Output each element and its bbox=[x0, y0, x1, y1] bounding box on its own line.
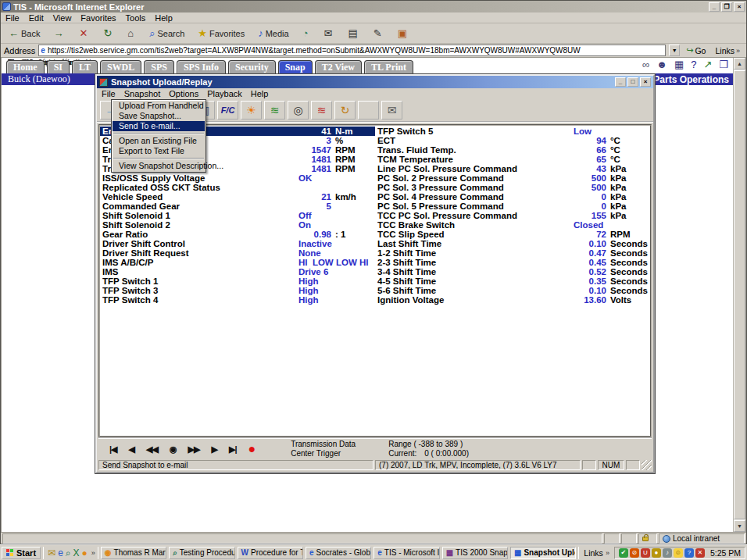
snapshot-menu-item[interactable]: Help bbox=[251, 89, 269, 98]
record-button[interactable]: ● bbox=[248, 444, 255, 454]
browser-menu-item[interactable]: Favorites bbox=[80, 13, 116, 23]
data-row[interactable]: Ignition Voltage 13.60 Volts bbox=[375, 295, 650, 305]
dropdown-menu-item[interactable] bbox=[113, 158, 204, 159]
tray-block-icon[interactable]: ⊘ bbox=[630, 548, 639, 558]
tis-tab[interactable]: SPS bbox=[144, 60, 174, 73]
data-row[interactable]: Replicated OSS CKT Status bbox=[100, 183, 375, 192]
help-icon[interactable]: ? bbox=[691, 59, 696, 70]
sun-icon[interactable]: ☀ bbox=[241, 101, 262, 119]
go-start-button[interactable]: |◀ bbox=[109, 444, 117, 455]
data-row[interactable]: TFP Switch 4 High bbox=[100, 295, 375, 305]
replay-icon[interactable]: ↻ bbox=[334, 101, 356, 119]
data-row[interactable]: TFP Switch 5 Low bbox=[375, 127, 650, 136]
print-button[interactable]: ▤ bbox=[343, 27, 366, 40]
tray-key-icon[interactable]: ● bbox=[652, 548, 661, 558]
tray-x-icon[interactable]: ✕ bbox=[695, 548, 705, 558]
minimize-button[interactable]: _ bbox=[709, 2, 720, 12]
home-button[interactable]: ⌂ bbox=[123, 27, 143, 40]
data-row[interactable]: IMS Drive 6 bbox=[100, 267, 375, 276]
tis-tab[interactable]: Home bbox=[6, 60, 45, 73]
task-button[interactable]: ◉ Thomas R Martin - Inbox... bbox=[101, 547, 166, 559]
data-row[interactable]: Vehicle Speed 21 km/h bbox=[100, 192, 375, 202]
task-button[interactable]: ⌕ Testing Procedures bbox=[169, 547, 234, 559]
quick-launch-overflow-icon[interactable]: » bbox=[91, 549, 95, 557]
tis-tab[interactable]: Security bbox=[228, 60, 276, 73]
dropdown-menu-item[interactable]: Upload From Handheld bbox=[113, 101, 205, 111]
snapshot-menu-item[interactable]: Options bbox=[169, 89, 198, 98]
search-shortcut-icon[interactable]: ⌕ bbox=[66, 548, 71, 558]
glasses-icon[interactable]: ∞ bbox=[642, 59, 649, 70]
task-button[interactable]: ▦ TIS 2000 Snapshot Uplo... bbox=[442, 547, 508, 559]
tray-audio-icon[interactable]: ♪ bbox=[663, 548, 672, 558]
data-row[interactable]: Commanded Gear 5 bbox=[100, 202, 375, 211]
fast-forward-button[interactable]: ▶▶ bbox=[188, 444, 200, 455]
restore-button[interactable]: ❐ bbox=[721, 2, 732, 12]
data-row[interactable]: ISS/OSS Supply Voltage OK bbox=[100, 173, 375, 183]
data-row[interactable]: Driver Shift Request None bbox=[100, 248, 375, 258]
excel-shortcut-icon[interactable]: X bbox=[73, 548, 80, 558]
browser-menu-item[interactable]: File bbox=[5, 13, 20, 23]
data-row[interactable]: TFP Switch 1 High bbox=[100, 276, 375, 286]
browser-title-bar[interactable]: TIS - Microsoft Internet Explorer _ ❐ × bbox=[1, 1, 746, 12]
mail-button[interactable]: ✉ bbox=[320, 27, 342, 40]
media-button[interactable]: ♪ Media bbox=[253, 27, 295, 40]
data-row[interactable]: 3-4 Shift Time 0.52 Seconds bbox=[375, 267, 650, 276]
tray-smiley-icon[interactable]: ☺ bbox=[674, 548, 683, 558]
dropdown-menu-item[interactable] bbox=[113, 133, 204, 134]
start-button[interactable]: Start bbox=[2, 547, 41, 559]
favorites-button[interactable]: ★ Favorites bbox=[193, 27, 252, 40]
data-row[interactable]: Trans. Fluid Temp. 66 °C bbox=[375, 145, 650, 155]
data-row[interactable]: 1-2 Shift Time 0.47 Seconds bbox=[375, 248, 650, 258]
browser-menu-item[interactable]: Tools bbox=[126, 13, 146, 23]
data-row[interactable]: PC Sol. 5 Pressure Command 0 kPa bbox=[375, 202, 650, 211]
notes-shortcut-icon[interactable]: ● bbox=[82, 548, 88, 558]
task-button[interactable]: W Procedure for Taking Sn... bbox=[238, 547, 303, 559]
dropdown-menu-item[interactable]: Send To e-mail... bbox=[113, 121, 205, 131]
data-row[interactable]: Driver Shift Control Inactive bbox=[100, 239, 375, 248]
snapshot-menu-item[interactable]: Snapshot bbox=[124, 89, 160, 98]
scroll-thumb[interactable] bbox=[734, 70, 745, 519]
go-button[interactable]: ↪ Go bbox=[683, 45, 709, 55]
data-row[interactable]: 2-3 Shift Time 0.45 Seconds bbox=[375, 258, 650, 267]
data-row[interactable]: TCC Brake Switch Closed bbox=[375, 220, 650, 230]
snapshot-title-bar[interactable]: Snapshot Upload/Replay _ □ × bbox=[97, 76, 653, 88]
tis-tab[interactable]: SPS Info bbox=[177, 60, 226, 73]
data-row[interactable]: Shift Solenoid 2 On bbox=[100, 220, 375, 230]
data-row[interactable]: Gear Ratio 0.98 : 1 bbox=[100, 230, 375, 239]
history-button[interactable]: ◔ bbox=[298, 27, 318, 40]
scroll-up-icon[interactable]: ▲ bbox=[734, 58, 745, 70]
data-row[interactable]: TFP Switch 3 High bbox=[100, 286, 375, 295]
dropdown-menu-item[interactable]: Save Snapshot... bbox=[113, 111, 205, 121]
resize-grip[interactable] bbox=[642, 460, 652, 470]
data-row[interactable]: PC Sol. 4 Pressure Command 0 kPa bbox=[375, 192, 650, 202]
user-icon[interactable]: ☻ bbox=[656, 59, 667, 70]
browser-menu-item[interactable]: View bbox=[53, 13, 72, 23]
links-button[interactable]: Links » bbox=[712, 46, 743, 55]
tray-help-icon[interactable]: ? bbox=[684, 548, 694, 558]
go-end-button[interactable]: ▶| bbox=[229, 444, 237, 455]
data-row[interactable]: Last Shift Time 0.10 Seconds bbox=[375, 239, 650, 248]
data-row[interactable]: Line PC Sol. Pressure Command 43 kPa bbox=[375, 164, 650, 173]
data-row[interactable]: TCC Slip Speed 72 RPM bbox=[375, 230, 650, 239]
scroll-down-icon[interactable]: ▼ bbox=[734, 520, 745, 532]
edit-button[interactable]: ✎ bbox=[369, 27, 391, 40]
snapshot-menu-item[interactable]: Playback bbox=[207, 89, 242, 98]
tis-tab[interactable]: LT bbox=[72, 60, 98, 73]
blank-page-icon[interactable] bbox=[358, 101, 379, 119]
task-button[interactable]: ▦ Snapshot Upload/Re... bbox=[510, 547, 576, 559]
units-fc-icon[interactable]: F/C bbox=[217, 101, 238, 119]
ie-shortcut-icon[interactable]: e bbox=[58, 548, 63, 558]
data-row[interactable]: Shift Solenoid 1 Off bbox=[100, 211, 375, 220]
tis-tab[interactable]: T2 View bbox=[315, 60, 362, 73]
close-button[interactable]: × bbox=[640, 77, 651, 87]
tis-tab[interactable]: SI bbox=[47, 60, 70, 73]
lock-icon[interactable]: ◎ bbox=[288, 101, 309, 119]
maximize-button[interactable]: □ bbox=[627, 77, 638, 87]
tis-tab[interactable]: SWDL bbox=[100, 60, 141, 73]
dropdown-menu-item[interactable]: Open an Existing File bbox=[113, 136, 205, 146]
search-button[interactable]: ⌕ Search bbox=[145, 27, 191, 40]
color-graph-icon[interactable]: ≋ bbox=[311, 101, 332, 119]
data-row[interactable]: TCC PC Sol. Pressure Command 155 kPa bbox=[375, 211, 650, 220]
tis-tab[interactable]: Snap bbox=[278, 60, 313, 73]
data-row[interactable]: 5-6 Shift Time 0.10 Seconds bbox=[375, 286, 650, 295]
